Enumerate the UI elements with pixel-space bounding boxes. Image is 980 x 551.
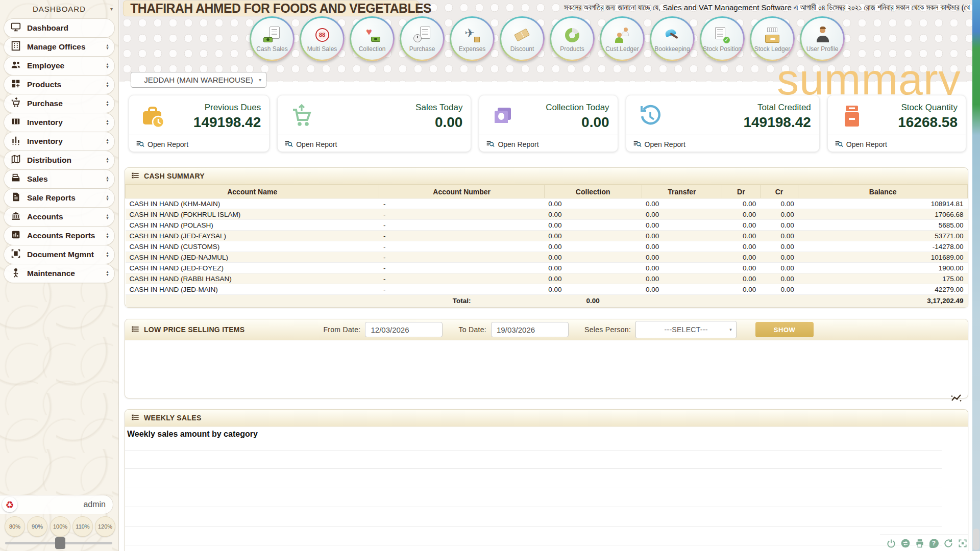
expander-icon[interactable]: ▲▼ — [106, 195, 109, 201]
zoom-110-button[interactable]: 110% — [72, 516, 93, 537]
sidebar-item-label: Products — [27, 80, 61, 89]
expenses-button[interactable]: ✈ Expenses — [450, 16, 495, 61]
table-row[interactable]: CASH IN HAND (POLASH)-0.000.000.000.0056… — [126, 220, 968, 231]
expander-icon[interactable]: ▲▼ — [106, 101, 109, 107]
expander-icon[interactable]: ▲▼ — [106, 82, 109, 88]
from-date-input[interactable] — [365, 322, 443, 337]
power-icon[interactable] — [886, 538, 896, 548]
expander-icon[interactable]: ▲▼ — [106, 214, 109, 220]
expander-icon[interactable]: ▲▼ — [106, 63, 109, 69]
sidebar-item-sales[interactable]: Sales ▲▼ — [4, 169, 115, 189]
table-row[interactable]: CASH IN HAND (KHM-MAIN)-0.000.000.000.00… — [126, 198, 968, 209]
user-bar[interactable]: ♻ admin — [0, 495, 113, 514]
open-report-link[interactable]: Open Report — [633, 139, 685, 149]
sidebar-item-distribution[interactable]: Distribution ▲▼ — [4, 151, 115, 170]
open-report-link[interactable]: Open Report — [835, 139, 887, 149]
sidebar-item-label: Sales — [27, 174, 48, 184]
sidebar-item-sale-reports[interactable]: Sale Reports ▲▼ — [4, 188, 115, 208]
sparkline-icon[interactable] — [950, 393, 963, 405]
cash-sales-button[interactable]: Cash Sales — [250, 16, 295, 61]
zoom-slider[interactable] — [5, 542, 112, 544]
expander-icon[interactable]: ▲▼ — [106, 138, 109, 144]
scrollbar-thumb[interactable] — [973, 529, 979, 550]
sidebar-item-dashboard[interactable]: Dashboard — [4, 18, 115, 38]
people-icon — [10, 59, 21, 72]
user-profile-button[interactable]: User Profile — [800, 16, 845, 61]
sidebar-item-products[interactable]: Products ▲▼ — [4, 75, 115, 94]
col-account-name: Account Name — [126, 185, 379, 198]
list-icon — [131, 325, 139, 335]
bookkeeping-button[interactable]: Bookkeeping — [650, 16, 695, 61]
section-title: WEEKLY SALES — [144, 414, 202, 422]
expander-icon[interactable]: ▲▼ — [106, 157, 109, 163]
open-report-link[interactable]: Open Report — [284, 139, 337, 149]
sidebar-item-accounts-reports[interactable]: Accounts Reports ▲▼ — [4, 226, 115, 245]
expander-icon[interactable]: ▲▼ — [106, 270, 109, 277]
open-report-link[interactable]: Open Report — [136, 139, 188, 149]
help-icon[interactable]: ? — [928, 538, 939, 548]
zoom-80-button[interactable]: 80% — [5, 516, 25, 537]
printer-icon[interactable] — [914, 538, 925, 548]
history-clock-icon — [636, 104, 664, 131]
cust-ledger-button[interactable]: Cust.Ledger — [600, 16, 645, 61]
expander-icon[interactable]: ▲▼ — [106, 176, 109, 182]
username: admin — [83, 500, 106, 509]
report-search-icon — [486, 139, 495, 149]
table-row[interactable]: CASH IN HAND (JED-NAJMUL)-0.000.000.000.… — [126, 252, 968, 263]
products-button[interactable]: Products — [550, 16, 595, 61]
zoom-120-button[interactable]: 120% — [95, 516, 115, 537]
sales-person-select[interactable]: ---SELECT--- ▾ — [635, 321, 737, 338]
sidebar-item-manage-offices[interactable]: Manage Offices ▲▼ — [4, 37, 115, 57]
collection-icon: ♥ — [363, 27, 381, 44]
sidebar-item-inventory-2[interactable]: Inventory ▲▼ — [4, 132, 115, 151]
collection-button[interactable]: ♥ Collection — [350, 16, 395, 61]
sidebar-item-label: Inventory — [27, 137, 63, 146]
sidebar-item-document-mgmnt[interactable]: Document Mgmnt ▲▼ — [4, 245, 115, 264]
stock-position-button[interactable]: Stock Position — [700, 16, 745, 61]
expander-icon[interactable]: ▲▼ — [106, 119, 109, 126]
multi-sales-button[interactable]: 88 Multi Sales — [300, 16, 345, 61]
table-row[interactable]: CASH IN HAND (JED-FOYEZ)-0.000.000.000.0… — [126, 263, 968, 273]
to-date-input[interactable] — [491, 322, 569, 337]
sidebar-item-accounts[interactable]: Accounts ▲▼ — [4, 207, 115, 227]
weekly-sales-chart — [125, 439, 968, 551]
box-icon — [10, 116, 21, 129]
sales-person-label: Seles Person: — [584, 325, 631, 334]
weekly-sales-header: WEEKLY SALES — [125, 410, 968, 427]
cash-sales-icon — [263, 27, 281, 44]
refresh-icon[interactable] — [943, 538, 953, 548]
chevron-down-icon: ▾ — [110, 6, 113, 12]
table-row[interactable]: CASH IN HAND (FOKHRUL ISLAM)-0.000.000.0… — [126, 209, 968, 220]
stock-ledger-button[interactable]: Stock Ledger — [750, 16, 795, 61]
sidebar-item-label: Inventory — [27, 118, 63, 127]
sidebar-header[interactable]: DASHBOARD ▾ — [0, 0, 118, 17]
discount-button[interactable]: Discount — [500, 16, 545, 61]
sidebar-item-label: Distribution — [27, 156, 71, 165]
zoom-90-button[interactable]: 90% — [27, 516, 47, 537]
fullscreen-icon[interactable] — [957, 538, 968, 548]
sidebar-item-inventory[interactable]: Inventory ▲▼ — [4, 113, 115, 132]
expander-icon[interactable]: ▲▼ — [106, 233, 109, 239]
table-row[interactable]: CASH IN HAND (RABBI HASAN)-0.000.000.000… — [126, 273, 968, 284]
scrollbar[interactable] — [972, 0, 980, 551]
sidebar-item-purchase[interactable]: Purchase ▲▼ — [4, 94, 115, 113]
table-row[interactable]: CASH IN HAND (CUSTOMS)-0.000.000.000.00-… — [126, 241, 968, 252]
sidebar-item-maintenance[interactable]: Maintenance ▲▼ — [4, 264, 115, 283]
warehouse-select[interactable]: JEDDAH (MAIN WAREHOUSE) ▾ — [131, 72, 266, 88]
zoom-slider-thumb[interactable] — [55, 537, 65, 549]
expander-icon[interactable]: ▲▼ — [106, 252, 109, 258]
table-row[interactable]: CASH IN HAND (JED-MAIN)-0.000.000.000.00… — [126, 284, 968, 295]
sidebar-item-employee[interactable]: Employee ▲▼ — [4, 56, 115, 76]
low-price-panel: LOW PRICE SELLING ITEMS From Date: To Da… — [125, 319, 968, 398]
zoom-100-button[interactable]: 100% — [50, 516, 70, 537]
transfer-icon[interactable] — [900, 538, 911, 548]
archive-box-icon — [838, 104, 866, 131]
table-row[interactable]: CASH IN HAND (JED-FAYSAL)-0.000.000.000.… — [126, 231, 968, 241]
purchase-button[interactable]: Purchase — [400, 16, 445, 61]
col-transfer: Transfer — [642, 185, 722, 198]
expander-icon[interactable]: ▲▼ — [106, 44, 109, 50]
open-report-link[interactable]: Open Report — [486, 139, 538, 149]
card-value: 0.00 — [435, 114, 463, 131]
report-search-icon — [136, 139, 144, 149]
show-button[interactable]: SHOW — [755, 322, 814, 337]
